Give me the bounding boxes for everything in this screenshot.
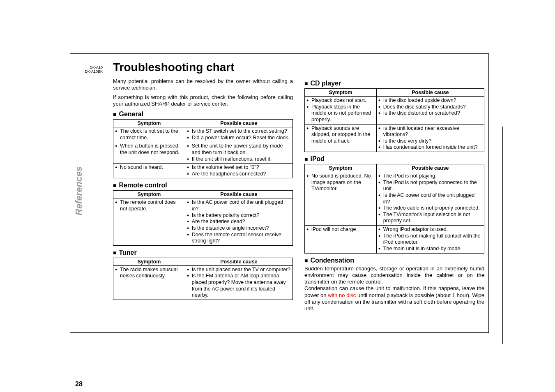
symptom-text: The remote control does not operate. bbox=[115, 199, 183, 212]
cause-text: Is the battery polarity correct? bbox=[187, 212, 291, 219]
table-row: Playback sounds are skipped, or stopped … bbox=[305, 124, 484, 152]
symptom-text: No sound is produced. No image appears o… bbox=[306, 173, 375, 192]
table-ipod: Symptom Possible cause No sound is produ… bbox=[304, 164, 484, 254]
cause-text: Wrong iPod adaptor is used. bbox=[378, 226, 482, 233]
cause-text: Is the disc very dirty? bbox=[378, 138, 482, 145]
cause-text: Does the remote control sensor receive s… bbox=[187, 232, 291, 244]
cause-text: Did a power failure occur? Reset the clo… bbox=[187, 135, 291, 141]
symptom-text: The radio makes unusual noises continuou… bbox=[115, 267, 183, 279]
section-heading-cd: ■CD player bbox=[304, 80, 484, 87]
cause-text: The iPod is not playing. bbox=[378, 173, 482, 180]
square-icon: ■ bbox=[113, 182, 116, 189]
cause-text: The main unit is in stand-by mode. bbox=[378, 246, 482, 252]
section-heading-condensation: ■Condensation bbox=[304, 257, 484, 264]
model-label: DK-A10 DK-A10BK bbox=[78, 66, 103, 74]
header-symptom: Symptom bbox=[113, 120, 185, 127]
cause-text: Is the AC power cord of the unit plugged… bbox=[378, 192, 482, 205]
right-margin-rule bbox=[502, 127, 503, 344]
header-symptom: Symptom bbox=[113, 258, 185, 265]
intro-text-2: If something is wrong with this product,… bbox=[113, 94, 293, 108]
table-row: No sound is produced. No image appears o… bbox=[305, 172, 484, 226]
table-row: Playback does not start. Playback stops … bbox=[305, 97, 484, 125]
left-column: Troubleshooting chart Many potential pro… bbox=[113, 61, 293, 312]
symptom-text: Playback stops in the middle or is not p… bbox=[306, 104, 375, 123]
cause-text: The iPod is not making full contact with… bbox=[378, 233, 482, 246]
intro-text-1: Many potential problems can be resolved … bbox=[113, 78, 293, 92]
table-general: Symptom Possible cause The clock is not … bbox=[113, 119, 293, 178]
cause-text: Is the ST switch set to the correct sett… bbox=[187, 128, 291, 135]
cause-text: Are the headphones connected? bbox=[187, 171, 291, 178]
section-title-cd: CD player bbox=[310, 80, 341, 87]
cause-text: Is the volume level set to "0"? bbox=[187, 164, 291, 171]
cause-text: Is the disc distorted or scratched? bbox=[378, 110, 482, 117]
symptom-text: iPod will not charge bbox=[306, 226, 375, 233]
symptom-text: The clock is not set to the correct time… bbox=[115, 128, 183, 141]
cause-text: The video cable is not properly connecte… bbox=[378, 205, 482, 212]
header-symptom: Symptom bbox=[305, 89, 377, 97]
square-icon: ■ bbox=[304, 257, 308, 264]
cause-text: The iPod is not properly connected to th… bbox=[378, 180, 482, 192]
table-remote: Symptom Possible cause The remote contro… bbox=[113, 190, 293, 245]
section-title-tuner: Tuner bbox=[119, 249, 136, 256]
cause-text: If the unit still malfunctions, reset it… bbox=[187, 156, 291, 163]
condensation-text-1: Sudden temperature changes, storage or o… bbox=[304, 265, 484, 286]
header-cause: Possible cause bbox=[185, 120, 292, 127]
cause-text: Is the unit placed near the TV or comput… bbox=[187, 267, 291, 273]
cause-text: Is the unit located near excessive vibra… bbox=[378, 125, 482, 138]
table-row: The clock is not set to the correct time… bbox=[113, 127, 293, 142]
page-number: 28 bbox=[75, 380, 83, 388]
square-icon: ■ bbox=[304, 156, 308, 162]
header-cause: Possible cause bbox=[376, 164, 484, 172]
model-line2: DK-A10BK bbox=[78, 70, 103, 74]
header-cause: Possible cause bbox=[185, 191, 292, 198]
header-symptom: Symptom bbox=[305, 164, 377, 172]
section-heading-general: ■General bbox=[113, 111, 293, 118]
table-row: No sound is heard. Is the volume level s… bbox=[113, 164, 293, 178]
symptom-text: Playback sounds are skipped, or stopped … bbox=[306, 125, 375, 145]
right-column: ■CD player Symptom Possible cause Playba… bbox=[304, 61, 484, 312]
cause-text: Is the FM antenna or AM loop antenna pla… bbox=[187, 273, 291, 299]
symptom-text: No sound is heard. bbox=[115, 164, 183, 171]
section-heading-ipod: ■iPod bbox=[304, 155, 484, 163]
cause-text: Is the disc loaded upside down? bbox=[378, 97, 482, 104]
page-title: Troubleshooting chart bbox=[113, 61, 293, 74]
cause-text: Is the distance or angle incorrect? bbox=[187, 225, 291, 232]
header-cause: Possible cause bbox=[185, 258, 292, 265]
header-symptom: Symptom bbox=[113, 191, 185, 198]
square-icon: ■ bbox=[113, 249, 116, 256]
condensation-text-2: Condensation can cause the unit to malfu… bbox=[304, 285, 484, 312]
cause-text: Is the AC power cord of the unit plugged… bbox=[187, 199, 291, 212]
square-icon: ■ bbox=[304, 80, 308, 87]
section-title-general: General bbox=[119, 111, 143, 118]
cause-text: Does the disc satisfy the standards? bbox=[378, 104, 482, 111]
square-icon: ■ bbox=[113, 111, 116, 118]
section-heading-remote: ■Remote control bbox=[113, 182, 293, 189]
table-tuner: Symptom Possible cause The radio makes u… bbox=[113, 258, 293, 300]
table-row: iPod will not charge Wrong iPod adaptor … bbox=[305, 226, 484, 254]
page-content: Troubleshooting chart Many potential pro… bbox=[113, 61, 485, 312]
table-row: When a button is pressed, the unit does … bbox=[113, 142, 293, 164]
cause-text: Set the unit to the power stand-by mode … bbox=[187, 143, 291, 156]
table-row: The remote control does not operate. Is … bbox=[113, 198, 293, 245]
condensation-red-text: with no disc bbox=[328, 292, 356, 298]
cause-text: The TV/monitor's input selection is not … bbox=[378, 212, 482, 224]
section-title-remote: Remote control bbox=[119, 182, 167, 189]
side-tab-references: References bbox=[73, 156, 85, 226]
section-title-condensation: Condensation bbox=[310, 257, 354, 264]
table-row: The radio makes unusual noises continuou… bbox=[113, 265, 293, 300]
symptom-text: When a button is pressed, the unit does … bbox=[115, 143, 183, 156]
cause-text: Are the batteries dead? bbox=[187, 219, 291, 225]
section-title-ipod: iPod bbox=[310, 155, 325, 162]
header-cause: Possible cause bbox=[376, 89, 484, 97]
cause-text: Has condensation formed inside the unit? bbox=[378, 144, 482, 151]
section-heading-tuner: ■Tuner bbox=[113, 249, 293, 256]
table-cd: Symptom Possible cause Playback does not… bbox=[304, 88, 484, 152]
symptom-text: Playback does not start. bbox=[306, 97, 375, 104]
